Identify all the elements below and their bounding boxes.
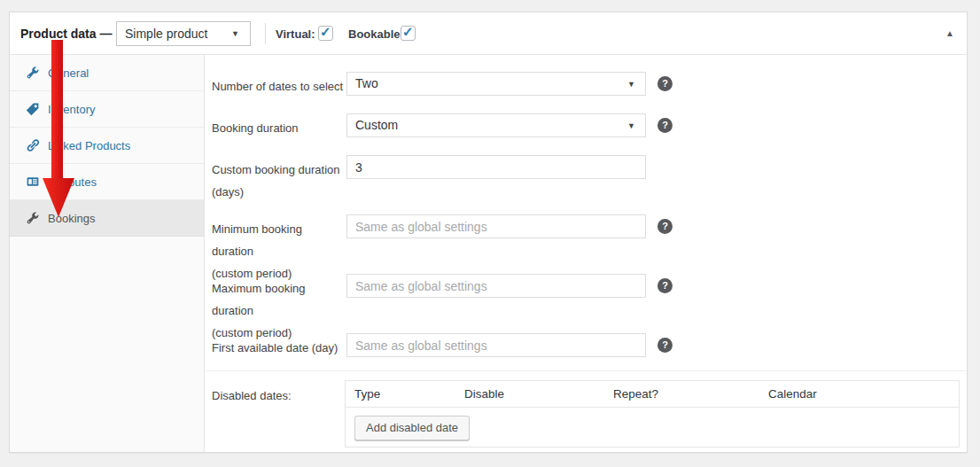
custom-booking-duration-input[interactable] (346, 155, 646, 179)
help-icon[interactable]: ? (657, 338, 673, 353)
wrench-icon (26, 66, 40, 80)
booking-duration-select[interactable]: Custom ▼ (346, 113, 646, 137)
bookable-checkbox[interactable]: ✓ (401, 26, 416, 41)
metabox-header: Product data — Simple product ▼ Virtual:… (10, 12, 967, 55)
virtual-checkbox[interactable]: ✓ (318, 26, 333, 41)
field-label: Booking duration (212, 117, 346, 139)
help-icon[interactable]: ? (657, 76, 673, 91)
table-body: Add disabled date (346, 408, 959, 448)
product-data-tabs: General Inventory Linked Products (10, 55, 205, 452)
product-type-select[interactable]: Simple product ▼ (116, 21, 251, 46)
checkmark-icon: ✓ (402, 24, 414, 40)
tab-inventory[interactable]: Inventory (10, 91, 204, 128)
tab-attributes[interactable]: Attributes (10, 164, 204, 200)
chevron-down-icon: ▼ (627, 73, 635, 95)
first-available-date-input[interactable] (346, 333, 646, 357)
wrench-icon (26, 211, 40, 225)
product-data-metabox: Product data — Simple product ▼ Virtual:… (9, 12, 968, 453)
field-label: Number of dates to select (212, 75, 346, 97)
header-divider (265, 23, 266, 44)
column-header-type: Type (346, 381, 455, 407)
help-icon[interactable]: ? (657, 118, 673, 133)
minimum-booking-duration-input[interactable] (346, 214, 646, 238)
row-maximum-booking-duration: Maximum booking duration (custom period)… (212, 274, 958, 323)
number-of-dates-select[interactable]: Two ▼ (346, 72, 646, 96)
tag-icon (26, 102, 40, 116)
tab-label: Bookings (48, 212, 95, 225)
tab-label: General (48, 66, 89, 80)
bookable-label: Bookable: (348, 27, 404, 41)
link-icon (26, 138, 40, 152)
column-header-calendar: Calendar (759, 381, 959, 407)
maximum-booking-duration-input[interactable] (346, 274, 646, 298)
tab-general[interactable]: General (10, 55, 204, 91)
disabled-dates-table: Type Disable Repeat? Calendar Add disabl… (345, 380, 960, 448)
help-icon[interactable]: ? (657, 219, 673, 234)
section-divider (205, 370, 967, 371)
row-minimum-booking-duration: Minimum booking duration (custom period)… (212, 214, 958, 264)
select-value: Custom (355, 118, 398, 132)
column-header-disable: Disable (455, 381, 604, 407)
table-header-row: Type Disable Repeat? Calendar (346, 381, 959, 408)
tab-linked-products[interactable]: Linked Products (10, 128, 204, 164)
tab-label: Linked Products (48, 139, 130, 152)
list-box-icon (26, 175, 40, 189)
column-header-repeat: Repeat? (604, 381, 759, 407)
virtual-label: Virtual: (276, 27, 315, 41)
tab-bookings[interactable]: Bookings (10, 200, 204, 237)
add-disabled-date-button[interactable]: Add disabled date (354, 416, 470, 440)
collapse-toggle-icon[interactable]: ▲ (945, 28, 954, 38)
tab-label: Inventory (48, 103, 95, 116)
tab-label: Attributes (48, 175, 97, 189)
page-title: Product data — (20, 27, 112, 41)
field-label: Custom booking duration (days) (212, 159, 346, 203)
row-first-available-date: First available date (day) ? (212, 333, 958, 383)
select-value: Two (355, 76, 378, 90)
field-label: First available date (day) (212, 337, 346, 359)
product-type-value: Simple product (125, 27, 207, 41)
help-icon[interactable]: ? (657, 278, 673, 293)
row-custom-booking-duration: Custom booking duration (days) (212, 155, 958, 205)
checkmark-icon: ✓ (320, 24, 331, 40)
chevron-down-icon: ▼ (231, 22, 239, 45)
disabled-dates-label: Disabled dates: (212, 389, 292, 402)
chevron-down-icon: ▼ (627, 114, 635, 136)
